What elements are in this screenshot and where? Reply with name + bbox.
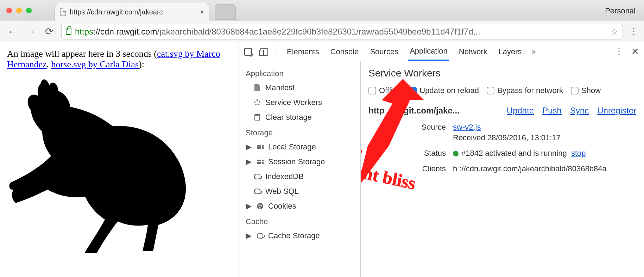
devtools-main: Service Workers Offline ✓Update on reloa… (361, 61, 644, 277)
address-bar[interactable]: https://cdn.rawgit.com/jakearchibald/803… (61, 24, 623, 39)
devtools-panel: Elements Console Sources Application Net… (239, 42, 644, 277)
database-icon (254, 189, 260, 194)
minimize-window-button[interactable] (16, 8, 22, 13)
sw-clients-row: Clients h ://cdn.rawgit.com/jakearchibal… (414, 164, 636, 173)
update-on-reload-checkbox[interactable]: ✓Update on reload (409, 86, 479, 95)
tab-sources[interactable]: Sources (368, 42, 400, 61)
annotation-text-1: Click here for (361, 121, 364, 162)
browser-toolbar: ← → ⟳ https://cdn.rawgit.com/jakearchiba… (0, 21, 644, 42)
sw-unregister-link[interactable]: Unregister (597, 106, 636, 116)
url-host: ://cdn.rawgit.com (93, 27, 157, 36)
devtools-sidebar: Application Manifest Service Workers Cle… (239, 61, 361, 277)
sw-status-row: Status #1842 activated and is running st… (414, 149, 636, 158)
back-button[interactable]: ← (6, 26, 18, 37)
url-scheme: https (75, 27, 93, 36)
status-label: Status (414, 149, 446, 158)
forward-button[interactable]: → (25, 26, 37, 37)
file-icon (254, 84, 260, 91)
link-horse-svg[interactable]: horse.svg by Carla Dias (51, 59, 139, 69)
tab-title: https://cdn.rawgit.com/jakearc (70, 8, 196, 16)
sw-action-links: Update Push Sync Unregister (507, 106, 636, 116)
show-all-checkbox[interactable]: Show (571, 86, 601, 95)
tab-application[interactable]: Application (408, 42, 449, 61)
tab-console[interactable]: Console (329, 42, 360, 61)
sw-clients-text: h ://cdn.rawgit.com/jakearchibald/80368b… (453, 164, 607, 173)
gear-icon (254, 99, 260, 106)
sidebar-item-cache-storage[interactable]: ▶Cache Storage (239, 228, 360, 243)
sidebar-item-manifest[interactable]: Manifest (239, 80, 360, 95)
lock-icon[interactable] (66, 29, 71, 35)
sidebar-item-websql[interactable]: Web SQL (239, 184, 360, 199)
sidebar-item-local-storage[interactable]: ▶Local Storage (239, 140, 360, 154)
trash-icon (254, 114, 260, 121)
sidebar-item-session-storage[interactable]: ▶Session Storage (239, 154, 360, 169)
devtools-close-button[interactable]: ✕ (631, 46, 639, 57)
service-workers-heading: Service Workers (368, 68, 636, 79)
tab-layers[interactable]: Layers (497, 42, 523, 61)
clients-label: Clients (414, 164, 446, 173)
status-dot-icon (453, 151, 459, 156)
sidebar-section-storage: Storage (239, 125, 360, 140)
device-toolbar-icon[interactable] (260, 48, 268, 56)
browser-menu-button[interactable]: ⋮ (629, 26, 638, 37)
sidebar-section-cache: Cache (239, 214, 360, 228)
new-tab-button[interactable] (215, 4, 236, 20)
sw-source-row: Source sw-v2.js (414, 123, 636, 132)
page-content: An image will appear here in 3 seconds (… (0, 42, 239, 277)
more-tabs-button[interactable]: » (532, 47, 536, 56)
horse-image (7, 73, 232, 259)
devtools-menu-button[interactable]: ⋮ (614, 46, 623, 57)
reload-button[interactable]: ⟳ (43, 26, 55, 37)
grid-icon (257, 160, 264, 164)
sw-options-row: Offline ✓Update on reload Bypass for net… (368, 86, 636, 95)
bypass-for-network-checkbox[interactable]: Bypass for network (487, 86, 563, 95)
sw-source-link[interactable]: sw-v2.js (453, 123, 481, 131)
database-icon (254, 174, 260, 179)
sidebar-item-service-workers[interactable]: Service Workers (239, 95, 360, 110)
browser-tab[interactable]: https://cdn.rawgit.com/jakearc × (55, 3, 209, 21)
maximize-window-button[interactable] (26, 8, 32, 13)
page-intro: An image will appear here in 3 seconds (… (7, 49, 232, 70)
intro-prefix: An image will appear here in 3 seconds ( (7, 49, 157, 59)
bookmark-button[interactable]: ☆ (611, 27, 618, 37)
inspect-icon[interactable] (244, 48, 252, 56)
sidebar-item-cookies[interactable]: ▶Cookies (239, 199, 360, 214)
url-text: https://cdn.rawgit.com/jakearchibald/803… (75, 27, 607, 37)
window-chrome: https://cdn.rawgit.com/jakearc × Persona… (0, 0, 644, 21)
close-window-button[interactable] (6, 8, 12, 13)
sidebar-item-clear-storage[interactable]: Clear storage (239, 110, 360, 125)
url-path: /jakearchibald/80368b84ac1ae8e229fc90b3f… (157, 27, 480, 36)
database-icon (257, 233, 263, 239)
sw-status-text: #1842 activated and is running (461, 149, 567, 158)
sw-origin-row: http .rawgit.com/jake... Update Push Syn… (368, 106, 636, 116)
grid-icon (257, 145, 264, 149)
tab-elements[interactable]: Elements (285, 42, 321, 61)
profile-label[interactable]: Personal (605, 6, 636, 16)
devtools-tabs: Elements Console Sources Application Net… (239, 42, 644, 61)
close-tab-button[interactable]: × (200, 8, 204, 16)
sw-stop-link[interactable]: stop (571, 149, 586, 158)
annotation-text-2: development bliss (361, 146, 417, 193)
tab-network[interactable]: Network (457, 42, 489, 61)
file-icon (60, 8, 66, 16)
sw-update-link[interactable]: Update (507, 106, 534, 116)
source-label: Source (414, 123, 446, 132)
sw-origin: http .rawgit.com/jake... (368, 106, 460, 116)
cookie-icon (257, 203, 263, 209)
sw-received-text: Received 28/09/2016, 13:01:17 (453, 133, 561, 142)
sidebar-item-indexeddb[interactable]: IndexedDB (239, 169, 360, 184)
sidebar-section-application: Application (239, 66, 360, 80)
traffic-lights (6, 8, 32, 13)
sw-received-row: Received 28/09/2016, 13:01:17 (414, 133, 636, 142)
offline-checkbox[interactable]: Offline (368, 86, 401, 95)
sw-sync-link[interactable]: Sync (570, 106, 589, 116)
sw-push-link[interactable]: Push (542, 106, 562, 116)
